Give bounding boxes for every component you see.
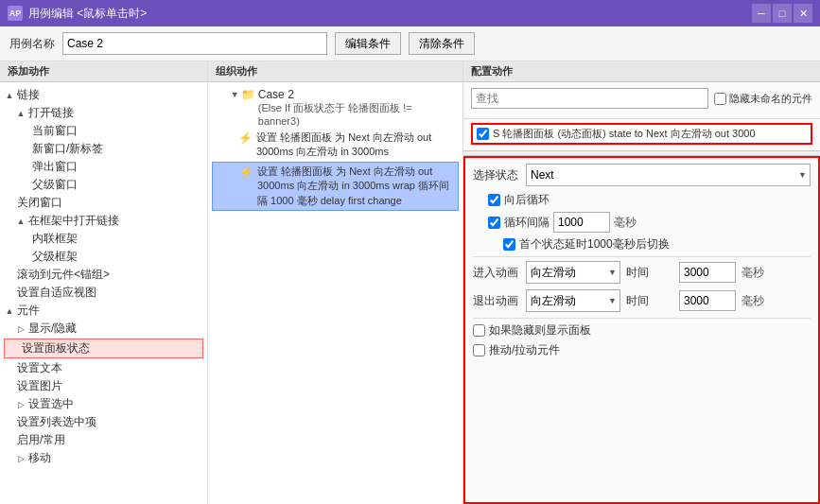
chevron-right-icon: ▷ bbox=[15, 453, 26, 464]
select-state-wrapper: Next Previous First Last bbox=[526, 164, 811, 186]
action-item-checkbox-1[interactable] bbox=[477, 128, 489, 140]
sidebar-item-show-hide[interactable]: ▷ 显示/隐藏 bbox=[0, 320, 207, 338]
loop-back-row: 向后循环 bbox=[473, 192, 811, 208]
case-label: Case 2 bbox=[258, 88, 455, 101]
show-on-trigger-row: 如果隐藏则显示面板 bbox=[473, 322, 811, 339]
sidebar-item-enable-disable[interactable]: 启用/常用 bbox=[0, 431, 207, 449]
enter-anim-row: 进入动画 向左滑动 向右滑动 向上滑动 向下滑动 淡入淡出 时间 毫秒 bbox=[473, 261, 811, 284]
first-state-delay-label: 首个状态延时1000毫秒后切换 bbox=[519, 236, 670, 252]
sidebar-item-parent-frame[interactable]: 父级框架 bbox=[0, 248, 207, 266]
close-button[interactable]: ✕ bbox=[794, 4, 812, 23]
edit-condition-button[interactable]: 编辑条件 bbox=[335, 32, 401, 55]
lightning-icon: ⚡ bbox=[238, 131, 253, 145]
open-in-frame-label: 在框架中打开链接 bbox=[26, 213, 119, 229]
exit-anim-wrapper: 向左滑动 向右滑动 向上滑动 向下滑动 淡入淡出 bbox=[526, 289, 620, 312]
loop-interval-checkbox[interactable] bbox=[488, 217, 500, 229]
window-controls: ─ □ ✕ bbox=[752, 4, 812, 23]
show-on-trigger-checkbox[interactable] bbox=[473, 324, 485, 337]
sidebar-item-set-list-item[interactable]: 设置列表选中项 bbox=[0, 413, 207, 431]
sidebar-item-open-in-frame[interactable]: ▲ 在框架中打开链接 bbox=[0, 212, 207, 230]
loop-interval-input[interactable] bbox=[553, 212, 610, 233]
action-1-text: 设置 轮播图面板 为 Next 向左滑动 out 3000ms 向左滑动 in … bbox=[256, 130, 455, 160]
sidebar-item-current-window[interactable]: 当前窗口 bbox=[0, 122, 207, 140]
case-header: ▼ 📁 Case 2 (Else If 面板状态于 轮播图面板 != banne… bbox=[212, 86, 459, 129]
sidebar-item-parent-window[interactable]: 父级窗口 bbox=[0, 176, 207, 194]
left-tree: ▲ 链接 ▲ 打开链接 当前窗口 新窗口/新标签 弹出窗口 bbox=[0, 82, 207, 504]
loop-interval-unit: 毫秒 bbox=[614, 215, 637, 231]
sidebar-item-inline-frame[interactable]: 内联框架 bbox=[0, 230, 207, 248]
use-case-label: 用例名称 bbox=[9, 36, 55, 52]
drag-checkbox[interactable] bbox=[473, 344, 485, 356]
left-panel: 添加动作 ▲ 链接 ▲ 打开链接 当前窗口 新窗口/新标签 bbox=[0, 61, 208, 504]
first-state-delay-checkbox[interactable] bbox=[503, 238, 515, 251]
middle-action-1[interactable]: ⚡ 设置 轮播图面板 为 Next 向左滑动 out 3000ms 向左滑动 i… bbox=[212, 129, 459, 162]
enter-time-input[interactable] bbox=[679, 262, 736, 283]
select-state-select[interactable]: Next Previous First Last bbox=[526, 164, 811, 186]
main-container: 用例名称 编辑条件 清除条件 添加动作 ▲ 链接 ▲ 打开链接 当前窗口 bbox=[0, 26, 820, 504]
content-area: 添加动作 ▲ 链接 ▲ 打开链接 当前窗口 新窗口/新标签 bbox=[0, 61, 820, 504]
chevron-down-icon: ▲ bbox=[4, 90, 15, 101]
chevron-down-icon: ▲ bbox=[4, 305, 15, 317]
lightning-icon: ⚡ bbox=[239, 165, 253, 179]
case-block: ▼ 📁 Case 2 (Else If 面板状态于 轮播图面板 != banne… bbox=[212, 86, 459, 211]
sidebar-item-set-selected[interactable]: ▷ 设置选中 bbox=[0, 395, 207, 413]
sidebar-item-set-panel-state[interactable]: 设置面板状态 bbox=[4, 339, 203, 358]
middle-action-2[interactable]: ⚡ 设置 轮播图面板 为 Next 向左滑动 out 3000ms 向左滑动 i… bbox=[212, 162, 459, 211]
sidebar-item-link[interactable]: ▲ 链接 bbox=[0, 86, 207, 104]
enter-time-unit: 毫秒 bbox=[741, 265, 764, 281]
sidebar-item-open-link[interactable]: ▲ 打开链接 bbox=[0, 104, 207, 122]
enter-time-label: 时间 bbox=[626, 265, 673, 281]
first-state-delay-row: 首个状态延时1000毫秒后切换 bbox=[473, 236, 811, 252]
select-state-label: 选择状态 bbox=[473, 167, 520, 183]
sidebar-item-move[interactable]: ▷ 移动 bbox=[0, 449, 207, 467]
sidebar-item-set-text[interactable]: 设置文本 bbox=[0, 359, 207, 377]
chevron-right-icon: ▷ bbox=[15, 323, 26, 335]
minimize-button[interactable]: ─ bbox=[752, 4, 771, 23]
enter-anim-wrapper: 向左滑动 向右滑动 向上滑动 向下滑动 淡入淡出 bbox=[526, 261, 620, 284]
search-input[interactable] bbox=[471, 88, 708, 109]
right-panel-header: 配置动作 bbox=[463, 61, 820, 82]
title-bar: AP 用例编辑 <鼠标单击时> ─ □ ✕ bbox=[0, 0, 820, 26]
action-item-text-1: S 轮播图面板 (动态面板) state to Next 向左滑动 out 30… bbox=[493, 127, 807, 141]
app-icon: AP bbox=[8, 6, 23, 21]
case-subtext: (Else If 面板状态于 轮播图面板 != banner3) bbox=[258, 101, 455, 127]
sidebar-item-adaptive-view[interactable]: 设置自适应视图 bbox=[0, 284, 207, 302]
exit-time-input[interactable] bbox=[679, 290, 736, 311]
clear-condition-button[interactable]: 清除条件 bbox=[409, 32, 475, 55]
maximize-button[interactable]: □ bbox=[773, 4, 792, 23]
enter-anim-select[interactable]: 向左滑动 向右滑动 向上滑动 向下滑动 淡入淡出 bbox=[526, 261, 620, 284]
loop-back-checkbox[interactable] bbox=[488, 194, 500, 206]
sidebar-item-close-window[interactable]: 关闭窗口 bbox=[0, 194, 207, 212]
loop-back-label: 向后循环 bbox=[504, 192, 550, 208]
middle-panel: 组织动作 ▼ 📁 Case 2 (Else If 面板状态于 轮播图面板 != … bbox=[208, 61, 463, 504]
right-panel: 配置动作 隐藏未命名的元件 S 轮播图面板 (动态面板) state to Ne… bbox=[463, 61, 820, 504]
open-link-label: 打开链接 bbox=[26, 105, 74, 121]
sidebar-item-element[interactable]: ▲ 元件 bbox=[0, 302, 207, 320]
sidebar-item-set-image[interactable]: 设置图片 bbox=[0, 377, 207, 395]
use-case-input[interactable] bbox=[62, 32, 327, 55]
chevron-right-icon: ▷ bbox=[15, 399, 26, 410]
hide-unnamed-label: 隐藏未命名的元件 bbox=[714, 92, 812, 106]
config-options-section: 选择状态 Next Previous First Last 向后循环 bbox=[463, 156, 820, 504]
top-bar: 用例名称 编辑条件 清除条件 bbox=[0, 26, 820, 61]
exit-anim-label: 退出动画 bbox=[473, 293, 520, 309]
sidebar-item-scroll-to[interactable]: 滚动到元件<锚组> bbox=[0, 266, 207, 284]
drag-row: 推动/拉动元件 bbox=[473, 342, 811, 358]
chevron-down-icon: ▼ bbox=[231, 90, 239, 99]
action-list-item-1: S 轮播图面板 (动态面板) state to Next 向左滑动 out 30… bbox=[471, 123, 812, 145]
chevron-down-icon: ▲ bbox=[15, 216, 26, 227]
hide-unnamed-checkbox[interactable] bbox=[714, 93, 726, 105]
exit-anim-row: 退出动画 向左滑动 向右滑动 向上滑动 向下滑动 淡入淡出 时间 毫秒 bbox=[473, 289, 811, 312]
loop-interval-row: 循环间隔 毫秒 bbox=[473, 212, 811, 233]
divider-1 bbox=[473, 256, 811, 257]
folder-icon: 📁 bbox=[241, 88, 255, 101]
sidebar-item-new-window[interactable]: 新窗口/新标签 bbox=[0, 140, 207, 158]
exit-time-label: 时间 bbox=[626, 293, 673, 309]
window-title: 用例编辑 <鼠标单击时> bbox=[28, 6, 752, 22]
divider-2 bbox=[473, 318, 811, 319]
action-2-text: 设置 轮播图面板 为 Next 向左滑动 out 3000ms 向左滑动 in … bbox=[257, 165, 454, 208]
exit-anim-select[interactable]: 向左滑动 向右滑动 向上滑动 向下滑动 淡入淡出 bbox=[526, 289, 620, 312]
sidebar-item-popup-window[interactable]: 弹出窗口 bbox=[0, 158, 207, 176]
link-section-label: 链接 bbox=[15, 87, 40, 103]
enter-anim-label: 进入动画 bbox=[473, 265, 520, 281]
